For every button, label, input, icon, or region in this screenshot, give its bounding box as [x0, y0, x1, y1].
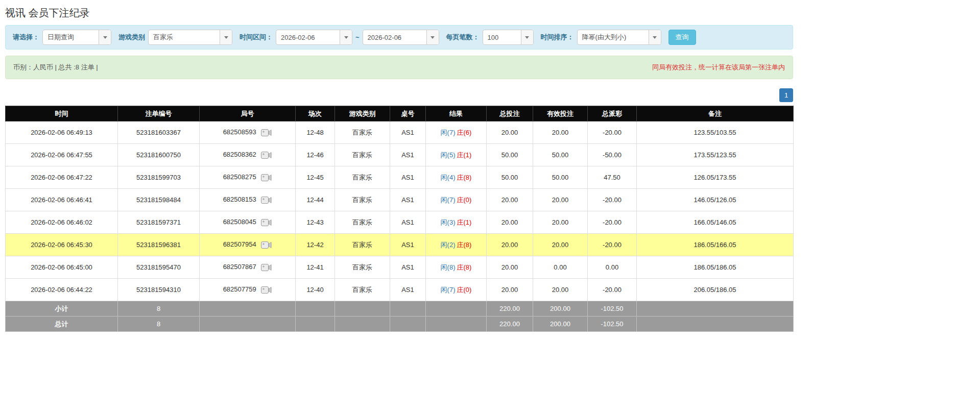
cell-time: 2026-02-06 06:47:55 — [6, 144, 118, 166]
chevron-down-icon[interactable] — [426, 30, 439, 44]
cell-total-bet[interactable]: 20.00 — [487, 256, 533, 279]
cell-bet-id: 523181597371 — [118, 211, 200, 234]
cell-time: 2026-02-06 06:46:41 — [6, 189, 118, 211]
date-from-value[interactable]: 2026-02-06 — [276, 30, 340, 44]
video-replay-icon[interactable] — [261, 151, 272, 159]
total-empty — [296, 317, 335, 332]
cell-round: 682507867 — [200, 256, 296, 279]
table-row: 2026-02-06 06:46:41 523181598484 6825081… — [6, 189, 794, 211]
cell-payout: -20.00 — [588, 122, 637, 144]
cell-note: 186.05/186.05 — [637, 256, 794, 279]
cell-note: 173.55/123.55 — [637, 144, 794, 166]
cell-result: 闲(4)庄(8) — [426, 166, 487, 189]
round-number: 682507954 — [223, 240, 256, 248]
cell-total-bet[interactable]: 20.00 — [487, 279, 533, 301]
date-to-value[interactable]: 2026-02-06 — [363, 30, 426, 44]
per-page-combobox[interactable]: 100 — [483, 30, 534, 45]
cell-note: 126.05/173.55 — [637, 166, 794, 189]
cell-session: 12-44 — [296, 189, 335, 211]
cell-note: 123.55/103.55 — [637, 122, 794, 144]
cell-total-bet[interactable]: 20.00 — [487, 234, 533, 256]
result-banker: 庄(8) — [457, 263, 472, 271]
cell-total-bet[interactable]: 20.00 — [487, 211, 533, 234]
video-replay-icon[interactable] — [261, 286, 272, 294]
cell-result: 闲(7)庄(0) — [426, 189, 487, 211]
result-banker: 庄(1) — [457, 151, 472, 159]
col-header-payout: 总派彩 — [588, 106, 637, 122]
cell-session: 12-41 — [296, 256, 335, 279]
sort-value[interactable]: 降幂(由大到小) — [578, 30, 649, 44]
cell-total-bet[interactable]: 50.00 — [487, 144, 533, 166]
cell-bet-id: 523181596381 — [118, 234, 200, 256]
cell-total-bet[interactable]: 20.00 — [487, 189, 533, 211]
cell-valid-bet: 20.00 — [533, 279, 588, 301]
cell-bet-id: 523181594310 — [118, 279, 200, 301]
cell-time: 2026-02-06 06:46:02 — [6, 211, 118, 234]
chevron-down-icon[interactable] — [521, 30, 533, 44]
subtotal-empty — [296, 301, 335, 317]
col-header-table-no: 桌号 — [390, 106, 426, 122]
total-label: 总计 — [6, 317, 118, 332]
total-payout: -102.50 — [588, 317, 637, 332]
game-type-value[interactable]: 百家乐 — [149, 30, 220, 44]
subtotal-empty — [390, 301, 426, 317]
result-player: 闲(7) — [441, 129, 456, 136]
cell-session: 12-45 — [296, 166, 335, 189]
cell-result: 闲(3)庄(1) — [426, 211, 487, 234]
total-total-bet: 220.00 — [487, 317, 533, 332]
query-type-combobox[interactable]: 日期查询 — [42, 30, 111, 45]
cell-result: 闲(7)庄(6) — [426, 122, 487, 144]
cell-table-no: AS1 — [390, 234, 426, 256]
page-button-1[interactable]: 1 — [779, 88, 793, 102]
cell-bet-id: 523181595470 — [118, 256, 200, 279]
cell-bet-id: 523181599703 — [118, 166, 200, 189]
page-container: 视讯 会员下注纪录 请选择： 日期查询 游戏类别 百家乐 时间区间： 2026-… — [5, 0, 793, 332]
cell-bet-id: 523181598484 — [118, 189, 200, 211]
cell-note: 146.05/126.05 — [637, 189, 794, 211]
video-replay-icon[interactable] — [261, 129, 272, 137]
cell-result: 闲(8)庄(8) — [426, 256, 487, 279]
game-type-combobox[interactable]: 百家乐 — [148, 30, 232, 45]
chevron-down-icon[interactable] — [340, 30, 352, 44]
result-banker: 庄(8) — [457, 241, 472, 249]
cell-session: 12-40 — [296, 279, 335, 301]
subtotal-count: 8 — [118, 301, 200, 317]
per-page-label: 每页笔数： — [446, 33, 480, 42]
total-empty — [200, 317, 296, 332]
cell-total-bet[interactable]: 20.00 — [487, 122, 533, 144]
table-header-row: 时间 注单编号 局号 场次 游戏类别 桌号 结果 总投注 有效投注 总派彩 备注 — [6, 106, 794, 122]
video-replay-icon[interactable] — [261, 174, 272, 182]
subtotal-valid-bet: 200.00 — [533, 301, 588, 317]
chevron-down-icon[interactable] — [220, 30, 232, 44]
cell-table-no: AS1 — [390, 144, 426, 166]
cell-result: 闲(5)庄(1) — [426, 144, 487, 166]
chevron-down-icon[interactable] — [99, 30, 111, 44]
cell-game-type: 百家乐 — [335, 144, 390, 166]
video-replay-icon[interactable] — [261, 263, 272, 272]
subtotal-empty — [637, 301, 794, 317]
search-button[interactable]: 查询 — [668, 30, 696, 45]
video-replay-icon[interactable] — [261, 241, 272, 249]
cell-round: 682508045 — [200, 211, 296, 234]
filter-bar: 请选择： 日期查询 游戏类别 百家乐 时间区间： 2026-02-06 ~ 20… — [5, 25, 793, 50]
video-replay-icon[interactable] — [261, 196, 272, 204]
cell-total-bet[interactable]: 50.00 — [487, 166, 533, 189]
cell-time: 2026-02-06 06:44:22 — [6, 279, 118, 301]
cell-valid-bet: 20.00 — [533, 211, 588, 234]
cell-result: 闲(7)庄(0) — [426, 279, 487, 301]
date-to-combobox[interactable]: 2026-02-06 — [363, 30, 439, 45]
table-row: 2026-02-06 06:47:22 523181599703 6825082… — [6, 166, 794, 189]
sort-combobox[interactable]: 降幂(由大到小) — [577, 30, 661, 45]
round-number: 682508045 — [223, 218, 256, 226]
subtotal-payout: -102.50 — [588, 301, 637, 317]
total-valid-bet: 200.00 — [533, 317, 588, 332]
query-type-value[interactable]: 日期查询 — [43, 30, 99, 44]
subtotal-row: 小计 8 220.00 200.00 -102.50 — [6, 301, 794, 317]
chevron-down-icon[interactable] — [649, 30, 661, 44]
col-header-game-type: 游戏类别 — [335, 106, 390, 122]
per-page-value[interactable]: 100 — [483, 30, 521, 44]
video-replay-icon[interactable] — [261, 218, 272, 227]
cell-note: 186.05/166.05 — [637, 234, 794, 256]
total-empty — [426, 317, 487, 332]
date-from-combobox[interactable]: 2026-02-06 — [276, 30, 352, 45]
